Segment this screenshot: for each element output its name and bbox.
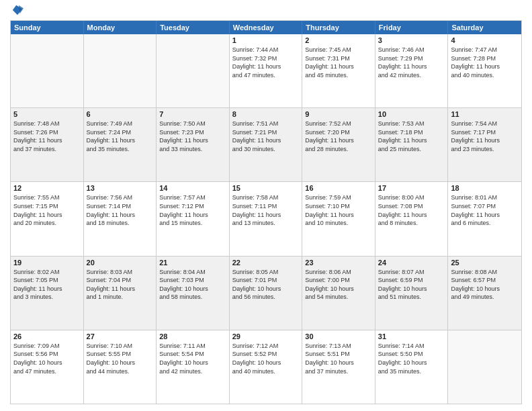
calendar-cell [448,330,521,404]
day-info: Sunrise: 7:51 AM Sunset: 7:21 PM Dayligh… [232,120,300,153]
day-number: 3 [378,36,445,44]
day-number: 11 [451,110,519,118]
calendar-cell: 22Sunrise: 8:05 AM Sunset: 7:01 PM Dayli… [230,257,303,330]
day-number: 4 [451,36,519,44]
day-number: 29 [232,332,300,340]
day-info: Sunrise: 7:44 AM Sunset: 7:32 PM Dayligh… [232,46,300,79]
day-info: Sunrise: 8:07 AM Sunset: 6:59 PM Dayligh… [378,268,445,302]
day-number: 19 [13,259,81,267]
day-number: 15 [232,184,300,192]
calendar-cell: 1Sunrise: 7:44 AM Sunset: 7:32 PM Daylig… [230,34,303,107]
calendar-body: 1Sunrise: 7:44 AM Sunset: 7:32 PM Daylig… [11,34,521,404]
day-number: 5 [13,110,81,118]
day-info: Sunrise: 7:13 AM Sunset: 5:51 PM Dayligh… [305,342,372,375]
day-info: Sunrise: 7:57 AM Sunset: 7:12 PM Dayligh… [159,193,226,227]
day-info: Sunrise: 7:46 AM Sunset: 7:29 PM Dayligh… [378,46,445,79]
calendar-cell: 15Sunrise: 7:58 AM Sunset: 7:11 PM Dayli… [230,182,303,255]
day-number: 10 [378,110,445,118]
day-info: Sunrise: 7:10 AM Sunset: 5:55 PM Dayligh… [87,342,154,375]
calendar-cell: 16Sunrise: 7:59 AM Sunset: 7:10 PM Dayli… [302,182,375,255]
day-number: 2 [305,36,372,44]
day-number: 25 [451,259,519,267]
calendar-cell: 23Sunrise: 8:06 AM Sunset: 7:00 PM Dayli… [302,257,375,330]
day-number: 31 [378,332,445,340]
day-info: Sunrise: 8:08 AM Sunset: 6:57 PM Dayligh… [451,268,519,302]
day-number: 28 [159,332,226,340]
weekday-header: Thursday [302,21,375,34]
day-number: 9 [305,110,372,118]
day-info: Sunrise: 8:01 AM Sunset: 7:07 PM Dayligh… [451,193,519,227]
header [10,7,522,16]
calendar-cell: 10Sunrise: 7:53 AM Sunset: 7:18 PM Dayli… [375,108,449,181]
calendar-header: SundayMondayTuesdayWednesdayThursdayFrid… [11,21,521,34]
day-number: 26 [13,332,81,340]
day-info: Sunrise: 7:12 AM Sunset: 5:52 PM Dayligh… [232,342,300,375]
day-info: Sunrise: 7:50 AM Sunset: 7:23 PM Dayligh… [159,120,226,153]
day-number: 17 [378,184,445,192]
calendar-cell: 14Sunrise: 7:57 AM Sunset: 7:12 PM Dayli… [157,182,230,255]
calendar-cell [11,34,84,107]
calendar-cell [157,34,230,107]
day-info: Sunrise: 8:03 AM Sunset: 7:04 PM Dayligh… [87,268,154,302]
calendar-cell: 17Sunrise: 8:00 AM Sunset: 7:08 PM Dayli… [375,182,449,255]
calendar-cell: 5Sunrise: 7:48 AM Sunset: 7:26 PM Daylig… [11,108,84,181]
day-info: Sunrise: 8:06 AM Sunset: 7:00 PM Dayligh… [305,268,372,302]
calendar-cell: 27Sunrise: 7:10 AM Sunset: 5:55 PM Dayli… [84,330,157,404]
day-number: 20 [87,259,154,267]
day-number: 21 [159,259,226,267]
calendar-cell: 11Sunrise: 7:54 AM Sunset: 7:17 PM Dayli… [448,108,521,181]
calendar-row: 12Sunrise: 7:55 AM Sunset: 7:15 PM Dayli… [11,181,521,255]
day-info: Sunrise: 7:54 AM Sunset: 7:17 PM Dayligh… [451,120,519,153]
logo-icon [11,4,24,16]
day-info: Sunrise: 7:49 AM Sunset: 7:24 PM Dayligh… [87,120,154,153]
day-number: 8 [232,110,300,118]
day-number: 23 [305,259,372,267]
calendar-row: 26Sunrise: 7:09 AM Sunset: 5:56 PM Dayli… [11,330,521,404]
calendar-cell: 26Sunrise: 7:09 AM Sunset: 5:56 PM Dayli… [11,330,84,404]
weekday-header: Friday [375,21,449,34]
calendar-cell: 21Sunrise: 8:04 AM Sunset: 7:03 PM Dayli… [157,257,230,330]
calendar-row: 19Sunrise: 8:02 AM Sunset: 7:05 PM Dayli… [11,256,521,330]
page: SundayMondayTuesdayWednesdayThursdayFrid… [0,0,532,411]
calendar: SundayMondayTuesdayWednesdayThursdayFrid… [10,20,522,404]
calendar-cell: 29Sunrise: 7:12 AM Sunset: 5:52 PM Dayli… [230,330,303,404]
day-number: 16 [305,184,372,192]
day-info: Sunrise: 8:05 AM Sunset: 7:01 PM Dayligh… [232,268,300,302]
calendar-cell: 13Sunrise: 7:56 AM Sunset: 7:14 PM Dayli… [84,182,157,255]
calendar-cell: 25Sunrise: 8:08 AM Sunset: 6:57 PM Dayli… [448,257,521,330]
day-number: 12 [13,184,81,192]
calendar-cell: 2Sunrise: 7:45 AM Sunset: 7:31 PM Daylig… [302,34,375,107]
day-info: Sunrise: 7:52 AM Sunset: 7:20 PM Dayligh… [305,120,372,153]
day-info: Sunrise: 7:56 AM Sunset: 7:14 PM Dayligh… [87,193,154,227]
day-info: Sunrise: 7:59 AM Sunset: 7:10 PM Dayligh… [305,193,372,227]
calendar-row: 5Sunrise: 7:48 AM Sunset: 7:26 PM Daylig… [11,107,521,181]
day-number: 14 [159,184,226,192]
calendar-cell: 31Sunrise: 7:14 AM Sunset: 5:50 PM Dayli… [375,330,449,404]
calendar-cell: 19Sunrise: 8:02 AM Sunset: 7:05 PM Dayli… [11,257,84,330]
calendar-cell: 20Sunrise: 8:03 AM Sunset: 7:04 PM Dayli… [84,257,157,330]
calendar-cell: 12Sunrise: 7:55 AM Sunset: 7:15 PM Dayli… [11,182,84,255]
calendar-cell: 4Sunrise: 7:47 AM Sunset: 7:28 PM Daylig… [448,34,521,107]
day-info: Sunrise: 7:14 AM Sunset: 5:50 PM Dayligh… [378,342,445,375]
day-info: Sunrise: 7:48 AM Sunset: 7:26 PM Dayligh… [13,120,81,153]
day-info: Sunrise: 7:11 AM Sunset: 5:54 PM Dayligh… [159,342,226,375]
day-number: 27 [87,332,154,340]
calendar-cell: 18Sunrise: 8:01 AM Sunset: 7:07 PM Dayli… [448,182,521,255]
day-number: 1 [232,36,300,44]
day-number: 30 [305,332,372,340]
calendar-cell [84,34,157,107]
weekday-header: Tuesday [157,21,230,34]
day-number: 24 [378,259,445,267]
day-info: Sunrise: 7:53 AM Sunset: 7:18 PM Dayligh… [378,120,445,153]
day-info: Sunrise: 7:45 AM Sunset: 7:31 PM Dayligh… [305,46,372,79]
day-number: 6 [87,110,154,118]
calendar-cell: 6Sunrise: 7:49 AM Sunset: 7:24 PM Daylig… [84,108,157,181]
logo [10,7,24,16]
day-info: Sunrise: 7:09 AM Sunset: 5:56 PM Dayligh… [13,342,81,375]
weekday-header: Saturday [448,21,521,34]
calendar-cell: 30Sunrise: 7:13 AM Sunset: 5:51 PM Dayli… [302,330,375,404]
calendar-cell: 9Sunrise: 7:52 AM Sunset: 7:20 PM Daylig… [302,108,375,181]
day-number: 18 [451,184,519,192]
day-info: Sunrise: 8:00 AM Sunset: 7:08 PM Dayligh… [378,193,445,227]
calendar-row: 1Sunrise: 7:44 AM Sunset: 7:32 PM Daylig… [11,34,521,107]
